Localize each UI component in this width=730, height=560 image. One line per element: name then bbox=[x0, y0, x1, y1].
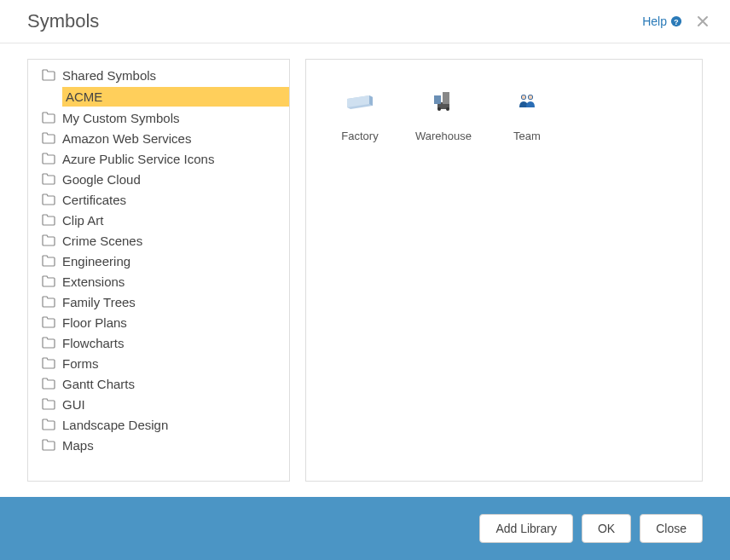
folder-icon bbox=[42, 439, 55, 451]
tree-label: Family Trees bbox=[62, 293, 136, 311]
tree-item[interactable]: Flowcharts bbox=[28, 332, 289, 353]
svg-point-9 bbox=[522, 95, 525, 99]
folder-icon bbox=[42, 193, 55, 205]
tree-label: Flowcharts bbox=[62, 334, 125, 352]
symbol-label: Factory bbox=[341, 130, 378, 142]
warehouse-icon bbox=[418, 80, 469, 123]
tree-label: My Custom Symbols bbox=[62, 109, 180, 127]
tree-item[interactable]: GUI bbox=[28, 394, 289, 414]
tree-item[interactable]: Google Cloud bbox=[28, 169, 289, 189]
help-link[interactable]: Help ? bbox=[642, 14, 682, 28]
svg-rect-3 bbox=[434, 95, 441, 104]
tree-label: Floor Plans bbox=[62, 314, 127, 332]
factory-icon bbox=[334, 80, 385, 123]
help-label: Help bbox=[642, 14, 667, 28]
symbol-label: Team bbox=[513, 130, 541, 142]
folder-tree-scroll[interactable]: Shared Symbols ACME My Custom Symbols Am… bbox=[28, 60, 289, 481]
tree-item[interactable]: Clip Art bbox=[28, 210, 289, 230]
tree-label: Shared Symbols bbox=[62, 66, 156, 84]
ok-button[interactable]: OK bbox=[582, 514, 631, 543]
tree-label: Clip Art bbox=[62, 211, 103, 229]
folder-icon bbox=[42, 69, 55, 81]
tree-item[interactable]: Gantt Charts bbox=[28, 373, 289, 394]
close-icon[interactable] bbox=[696, 14, 710, 28]
folder-icon bbox=[42, 234, 55, 246]
tree-item[interactable]: Engineering bbox=[28, 251, 289, 271]
folder-icon bbox=[42, 296, 55, 308]
folder-icon bbox=[42, 214, 55, 226]
folder-icon bbox=[42, 378, 55, 390]
tree-item[interactable]: Maps bbox=[28, 435, 289, 455]
folder-icon bbox=[42, 132, 55, 144]
folder-icon bbox=[42, 357, 55, 369]
folder-icon bbox=[42, 153, 55, 165]
tree-item[interactable]: My Custom Symbols bbox=[28, 107, 289, 128]
header-actions: Help ? bbox=[642, 14, 710, 28]
svg-text:?: ? bbox=[674, 18, 678, 26]
tree-label: Azure Public Service Icons bbox=[62, 150, 214, 168]
folder-icon bbox=[42, 112, 55, 124]
folder-icon bbox=[42, 419, 55, 430]
tree-item[interactable]: Azure Public Service Icons bbox=[28, 148, 289, 169]
tree-label: ACME bbox=[62, 87, 289, 107]
svg-point-6 bbox=[446, 107, 449, 111]
symbol-warehouse[interactable]: Warehouse bbox=[402, 80, 485, 142]
folder-icon bbox=[42, 316, 55, 328]
folder-tree-panel: Shared Symbols ACME My Custom Symbols Am… bbox=[27, 59, 290, 482]
tree-item[interactable]: Floor Plans bbox=[28, 312, 289, 332]
tree-label: GUI bbox=[62, 395, 85, 413]
dialog-footer: Add Library OK Close bbox=[0, 497, 730, 560]
tree-label: Amazon Web Services bbox=[62, 130, 191, 147]
tree-item[interactable]: Forms bbox=[28, 353, 289, 373]
tree-label: Extensions bbox=[62, 273, 125, 291]
tree-item[interactable]: Amazon Web Services bbox=[28, 128, 289, 148]
tree-item[interactable]: Landscape Design bbox=[28, 414, 289, 435]
svg-point-5 bbox=[437, 107, 441, 111]
folder-icon bbox=[42, 398, 55, 410]
folder-icon bbox=[42, 173, 55, 185]
svg-point-10 bbox=[529, 95, 532, 99]
tree-item[interactable]: Family Trees bbox=[28, 292, 289, 312]
add-library-button[interactable]: Add Library bbox=[479, 514, 573, 543]
close-button[interactable]: Close bbox=[640, 514, 703, 543]
folder-icon bbox=[42, 337, 55, 349]
dialog-title: Symbols bbox=[27, 10, 99, 32]
symbol-label: Warehouse bbox=[415, 130, 472, 142]
symbol-factory[interactable]: Factory bbox=[318, 80, 402, 142]
tree-item[interactable]: Crime Scenes bbox=[28, 230, 289, 251]
dialog-body: Shared Symbols ACME My Custom Symbols Am… bbox=[0, 43, 730, 497]
help-icon: ? bbox=[670, 15, 682, 27]
symbols-panel: Factory Warehouse bbox=[305, 59, 703, 482]
dialog-header: Symbols Help ? bbox=[0, 0, 730, 43]
tree-item[interactable]: Extensions bbox=[28, 271, 289, 292]
tree-label: Certificates bbox=[62, 191, 126, 209]
tree-item-selected[interactable]: ACME bbox=[28, 85, 289, 107]
tree-label: Engineering bbox=[62, 252, 130, 270]
svg-rect-4 bbox=[443, 92, 449, 104]
tree-item[interactable]: Certificates bbox=[28, 189, 289, 210]
team-icon bbox=[501, 80, 553, 123]
tree-label: Google Cloud bbox=[62, 170, 141, 188]
folder-icon bbox=[42, 255, 55, 267]
tree-label: Forms bbox=[62, 355, 99, 372]
tree-label: Gantt Charts bbox=[62, 375, 135, 393]
tree-item[interactable]: Shared Symbols bbox=[28, 65, 289, 85]
folder-icon bbox=[42, 275, 55, 287]
symbol-team[interactable]: Team bbox=[485, 80, 569, 142]
tree-label: Crime Scenes bbox=[62, 232, 142, 250]
tree-label: Landscape Design bbox=[62, 416, 168, 434]
tree-label: Maps bbox=[62, 436, 94, 454]
